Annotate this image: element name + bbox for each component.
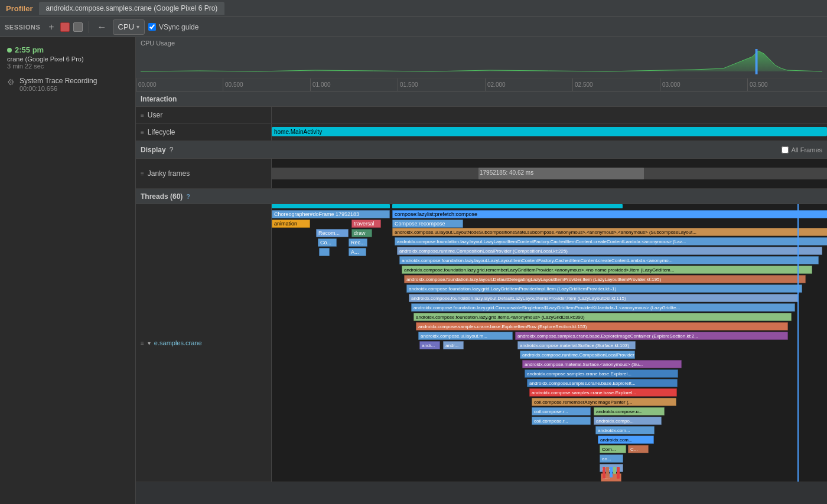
user-track-content[interactable] xyxy=(272,107,827,123)
app-name: Profiler xyxy=(6,4,33,13)
recom-bar[interactable]: Recom... xyxy=(316,229,349,237)
cpu-label: CPU xyxy=(118,22,134,31)
explorel-bar-1[interactable]: androidx.compose.samples.crane.base.Expl… xyxy=(525,369,678,378)
cpu-dropdown[interactable]: CPU ▾ xyxy=(113,19,145,35)
androidx-com-bar-1[interactable]: androidx.com... xyxy=(595,426,655,434)
com-bar[interactable]: Com... xyxy=(600,445,626,453)
hamburger-icon-2[interactable]: ≡ xyxy=(141,129,144,136)
thread-main-row: ≡ ▾ e.samples.crane Choreographer#doFram… xyxy=(136,204,827,482)
thread-header-bar-2 xyxy=(392,204,623,208)
lazy-layout-factory-bar[interactable]: androidx.compose.foundation.lazy.layout.… xyxy=(395,237,827,246)
session-status-dot xyxy=(7,48,12,53)
choreographer-bar[interactable]: Choreographer#doFrame 17952183 xyxy=(272,210,390,218)
all-frames-toggle[interactable]: All Frames xyxy=(782,146,822,153)
traversal-bar[interactable]: traversal xyxy=(351,220,381,228)
androidx-com-bar-2[interactable]: androidx.com... xyxy=(598,436,654,444)
scroll-area[interactable]: Interaction ≡ User ≡ Lifecycle home.Mai xyxy=(136,91,827,504)
lazy-grid-impl-bar[interactable]: androidx.compose.foundation.lazy.grid.La… xyxy=(406,284,802,293)
default-delegating-bar[interactable]: androidx.compose.foundation.lazy.layout.… xyxy=(404,275,806,283)
draw-bar[interactable]: draw xyxy=(351,229,372,237)
record-button[interactable] xyxy=(73,22,83,32)
back-button[interactable]: ← xyxy=(95,22,109,32)
user-track-label: ≡ User xyxy=(136,107,272,123)
ruler-tick-1: 00.500 xyxy=(223,78,243,91)
vsync-toggle[interactable]: VSync guide xyxy=(148,23,198,31)
thread-main-content[interactable]: Choreographer#doFrame 17952183 compose:l… xyxy=(272,204,827,482)
system-trace-item[interactable]: ⚙ System Trace Recording 00:00:10.656 xyxy=(0,73,135,96)
cpu-graph xyxy=(141,48,822,74)
exploreit-bar[interactable]: androidx.compose.samples.crane.base.Expl… xyxy=(527,379,678,387)
thread-header-bar-1 xyxy=(272,204,390,208)
ruler-tick-7: 03.500 xyxy=(747,78,768,91)
androidx-compo-bar[interactable]: androidx.compo... xyxy=(594,417,662,425)
andr-bar-1[interactable]: andr... xyxy=(419,341,440,349)
main-activity-label: home.MainActivity xyxy=(274,129,322,135)
session-item[interactable]: 2:55 pm crane (Google Pixel 6 Pro) 3 min… xyxy=(0,42,135,73)
thread-hamburger-icon[interactable]: ≡ xyxy=(141,340,144,346)
explore-item-row-bar[interactable]: androidx.compose.samples.crane.base.Expl… xyxy=(416,322,788,330)
trace-label: System Trace Recording xyxy=(19,77,97,85)
ruler-tick-6: 03.000 xyxy=(660,78,681,91)
small-bar-1[interactable] xyxy=(319,248,330,256)
a-bar[interactable]: A... xyxy=(349,248,366,256)
coil-compose-r-bar-2[interactable]: coil.compose.r... xyxy=(532,417,591,425)
default-lazy-layout-bar[interactable]: androidx.compose.foundation.lazy.layout.… xyxy=(409,294,799,302)
androidx-compose-u-bar[interactable]: androidx.compose.u... xyxy=(594,407,665,415)
composable-singletons-bar[interactable]: androidx.compose.foundation.lazy.grid.Co… xyxy=(411,303,795,312)
janky-highlight-label: 17952185: 40.62 ms xyxy=(480,169,533,176)
chevron-down-icon: ▾ xyxy=(136,24,139,30)
main-layout: 2:55 pm crane (Google Pixel 6 Pro) 3 min… xyxy=(0,37,827,504)
compose-lazylist-bar[interactable]: compose:lazylist:prefetch:compose xyxy=(392,210,827,218)
cached-item-bar[interactable]: androidx.compose.foundation.lazy.layout.… xyxy=(399,256,819,264)
hamburger-icon[interactable]: ≡ xyxy=(141,112,144,119)
triangle-icon[interactable]: ▾ xyxy=(148,340,151,346)
andr-bar-2[interactable]: andr... xyxy=(443,341,464,349)
explorel-bar-2[interactable]: androidx.compose.samples.crane.base.Expl… xyxy=(529,388,677,397)
remember-lazy-bar[interactable]: androidx.compose.foundation.lazy.grid.re… xyxy=(402,266,812,274)
all-frames-checkbox[interactable] xyxy=(782,146,789,153)
vsync-checkbox[interactable] xyxy=(148,23,156,31)
rec-bar[interactable]: Rec... xyxy=(349,238,367,247)
bottom-bar-1 xyxy=(603,467,605,479)
lazy-grid-items-bar[interactable]: androidx.compose.foundation.lazy.grid.it… xyxy=(414,313,792,321)
toolbar: SESSIONS + ← CPU ▾ VSync guide xyxy=(0,17,827,37)
composition-local-bar[interactable]: androidx.compose.runtime.CompositionLoca… xyxy=(397,247,822,255)
interaction-section-header: Interaction xyxy=(136,91,827,107)
coil-compose-r-bar-1[interactable]: coil.compose.r... xyxy=(532,407,591,415)
layout-node-bar[interactable]: androidx.compose.ui.layout.LayoutNodeSub… xyxy=(392,228,827,236)
lifecycle-track-content[interactable]: home.MainActivity xyxy=(272,124,827,140)
stop-button[interactable] xyxy=(60,22,70,32)
session-device: crane (Google Pixel 6 Pro) xyxy=(7,55,128,63)
cpu-graph-svg xyxy=(141,48,822,74)
vsync-label-text: VSync guide xyxy=(159,23,198,31)
c-bar[interactable]: C... xyxy=(628,445,649,453)
all-frames-label-text: All Frames xyxy=(791,146,822,153)
sessions-label: SESSIONS xyxy=(5,24,40,31)
ruler-tick-2: 01.000 xyxy=(310,78,331,91)
explore-image-container-bar[interactable]: androidx.compose.samples.crane.base.Expl… xyxy=(515,332,788,340)
threads-help-icon[interactable]: ? xyxy=(186,193,190,200)
toolbar-divider xyxy=(89,21,89,33)
display-help-icon[interactable]: ? xyxy=(170,146,174,154)
ruler-tick-5: 02.500 xyxy=(572,78,593,91)
janky-label: Janky frames xyxy=(148,169,190,178)
animation-bar[interactable]: animation xyxy=(272,220,310,228)
janky-frames-content[interactable]: 17952185: 40.62 ms xyxy=(272,159,827,188)
ui-layout-m-bar[interactable]: androidx.compose.ui.layout.m... xyxy=(418,332,513,340)
active-tab[interactable]: androidx.compose.samples.crane (Google P… xyxy=(39,2,225,15)
hamburger-icon-3[interactable]: ≡ xyxy=(141,171,144,177)
threads-label: Threads (60) xyxy=(141,192,183,201)
material-surface-bar[interactable]: androidx.compose.material.Surface (Surfa… xyxy=(517,341,636,349)
thread-name-label[interactable]: ≡ ▾ e.samples.crane xyxy=(136,204,272,482)
ruler-tick-3: 01.500 xyxy=(398,78,418,91)
coil-remember-bar[interactable]: coil.compose.rememberAsyncImagePainter (… xyxy=(532,398,676,406)
main-activity-bar[interactable]: home.MainActivity xyxy=(272,127,827,136)
compose-recompose-bar[interactable]: Compose:recompose xyxy=(392,220,463,228)
bottom-bar-2 xyxy=(606,467,609,476)
material-surface-anon-bar[interactable]: androidx.compose.material.Surface.<anony… xyxy=(522,360,682,368)
co-bar[interactable]: Co... xyxy=(318,238,337,247)
composition-local-provider-bar[interactable]: androidx.compose.runtime.CompositionLoca… xyxy=(520,351,635,359)
sidebar: 2:55 pm crane (Google Pixel 6 Pro) 3 min… xyxy=(0,37,136,504)
add-session-button[interactable]: + xyxy=(46,22,56,32)
an-bar-1[interactable]: an... xyxy=(600,454,623,463)
